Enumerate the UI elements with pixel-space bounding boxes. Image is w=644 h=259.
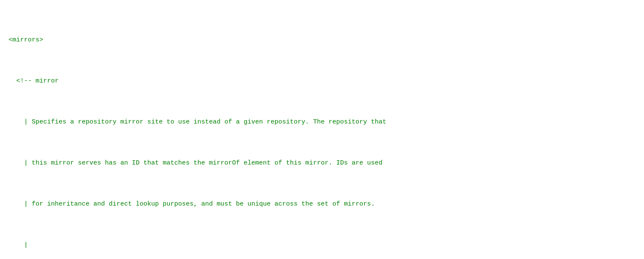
comment-open: <!-- mirror [16, 77, 59, 85]
comment-pipe-2: | this mirror serves has an ID that matc… [24, 159, 382, 167]
comment-pipe-3: | for inheritance and direct lookup purp… [24, 200, 375, 208]
comment-pipe-4: | [24, 241, 28, 249]
line-comment-4: | [9, 240, 635, 250]
line-comment-1: | Specifies a repository mirror site to … [9, 117, 635, 127]
line-mirrors-open: <mirrors> [9, 35, 635, 45]
line-comment-open: <!-- mirror [9, 76, 635, 86]
line-comment-2: | this mirror serves has an ID that matc… [9, 158, 635, 168]
tag-mirrors-open: <mirrors> [9, 36, 43, 44]
code-block: <mirrors> <!-- mirror | Specifies a repo… [9, 4, 635, 259]
comment-pipe-1: | Specifies a repository mirror site to … [24, 118, 386, 126]
line-comment-3: | for inheritance and direct lookup purp… [9, 199, 635, 209]
